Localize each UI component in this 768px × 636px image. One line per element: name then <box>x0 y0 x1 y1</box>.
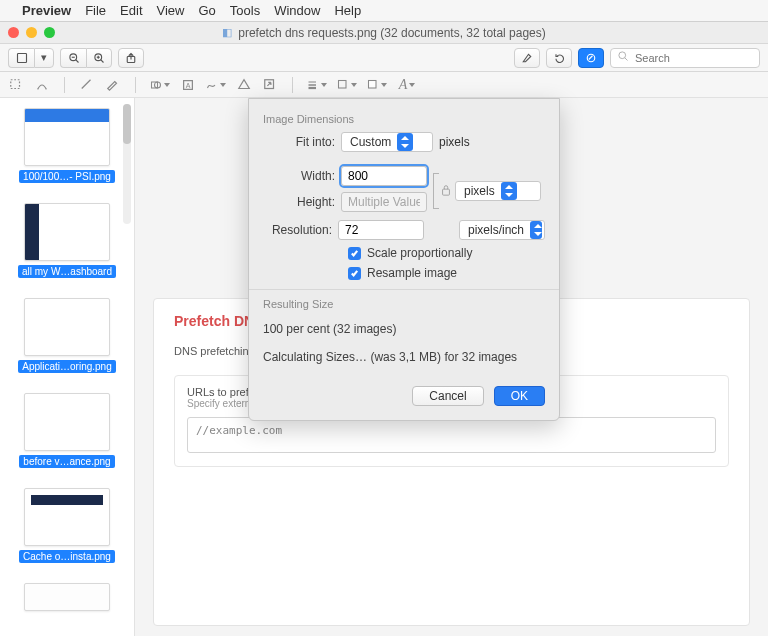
sidebar-scroll-thumb[interactable] <box>123 104 131 144</box>
thumbnail-label: Applicati…oring.png <box>18 360 116 373</box>
window-title: prefetch dns requests.png (32 documents,… <box>238 26 546 40</box>
zoom-in-button[interactable] <box>86 48 112 68</box>
resulting-size-value: 100 per cent (32 images) <box>263 322 545 336</box>
search-field[interactable] <box>610 48 760 68</box>
window-zoom-button[interactable] <box>44 27 55 38</box>
draw-tool-icon[interactable] <box>105 77 121 93</box>
dialog-section-resulting: Resulting Size <box>249 290 559 314</box>
document-icon: ◧ <box>222 26 232 39</box>
scale-proportionally-checkbox[interactable] <box>348 247 361 260</box>
svg-line-2 <box>75 59 78 62</box>
search-input[interactable] <box>633 50 753 66</box>
svg-rect-12 <box>11 79 20 88</box>
select-arrows-icon <box>501 182 517 200</box>
window-close-button[interactable] <box>8 27 19 38</box>
dialog-section-dimensions: Image Dimensions <box>249 99 559 129</box>
sketch-tool-icon[interactable] <box>79 77 95 93</box>
svg-line-5 <box>101 59 104 62</box>
share-button[interactable] <box>118 48 144 68</box>
highlight-button[interactable] <box>514 48 540 68</box>
svg-rect-22 <box>369 80 377 88</box>
thumbnail-item[interactable]: Cache o…insta.png <box>8 488 126 563</box>
adjust-size-tool-icon[interactable] <box>262 77 278 93</box>
fit-into-select[interactable]: Custom <box>341 132 433 152</box>
lock-aspect-icon[interactable] <box>439 183 453 197</box>
svg-rect-0 <box>17 53 26 62</box>
height-label: Height: <box>263 195 335 209</box>
fit-into-unit: pixels <box>439 135 470 149</box>
separator <box>292 77 293 93</box>
thumbnail-item[interactable]: before v…ance.png <box>8 393 126 468</box>
search-icon <box>617 50 629 65</box>
fit-into-value: Custom <box>350 135 391 149</box>
toolbar-markup: A A <box>0 72 768 98</box>
menu-go[interactable]: Go <box>198 3 215 18</box>
svg-rect-21 <box>339 80 347 88</box>
svg-point-10 <box>619 52 626 59</box>
text-tool-icon[interactable]: A <box>180 77 196 93</box>
resolution-label: Resolution: <box>263 223 332 237</box>
svg-text:A: A <box>186 81 191 88</box>
cancel-button[interactable]: Cancel <box>412 386 483 406</box>
separator <box>135 77 136 93</box>
markup-toggle-button[interactable] <box>578 48 604 68</box>
menu-file[interactable]: File <box>85 3 106 18</box>
menu-edit[interactable]: Edit <box>120 3 142 18</box>
thumbnail-label: all my W…ashboard <box>18 265 116 278</box>
height-input[interactable] <box>341 192 427 212</box>
adjust-size-dialog: Image Dimensions Fit into: Custom pixels… <box>248 98 560 421</box>
toolbar-primary: ▾ <box>0 44 768 72</box>
menu-app-name[interactable]: Preview <box>22 3 71 18</box>
selection-tool-icon[interactable] <box>8 77 24 93</box>
view-mode-button[interactable] <box>8 48 34 68</box>
menu-tools[interactable]: Tools <box>230 3 260 18</box>
dimension-unit-select[interactable]: pixels <box>455 181 541 201</box>
resolution-input[interactable] <box>338 220 424 240</box>
titlebar: ◧ prefetch dns requests.png (32 document… <box>0 22 768 44</box>
thumbnail-label: 100/100…- PSI.png <box>19 170 115 183</box>
url-textarea[interactable]: //example.com <box>187 417 716 453</box>
svg-line-11 <box>625 58 628 61</box>
separator <box>64 77 65 93</box>
thumbnail-item[interactable]: all my W…ashboard <box>8 203 126 278</box>
shapes-tool-icon[interactable] <box>150 77 170 93</box>
thumbnail-item[interactable]: Applicati…oring.png <box>8 298 126 373</box>
thumbnail-item[interactable] <box>8 583 126 611</box>
resolution-unit-select[interactable]: pixels/inch <box>459 220 545 240</box>
select-arrows-icon <box>397 133 413 151</box>
adjust-color-tool-icon[interactable] <box>236 77 252 93</box>
resample-image-checkbox[interactable] <box>348 267 361 280</box>
calculating-sizes-text: Calculating Sizes… (was 3,1 MB) for 32 i… <box>263 350 545 364</box>
fit-into-label: Fit into: <box>263 135 335 149</box>
menu-window[interactable]: Window <box>274 3 320 18</box>
thumbnail-item[interactable]: 100/100…- PSI.png <box>8 108 126 183</box>
rotate-button[interactable] <box>546 48 572 68</box>
resolution-unit-value: pixels/inch <box>468 223 524 237</box>
resample-image-label: Resample image <box>367 266 457 280</box>
ok-button[interactable]: OK <box>494 386 545 406</box>
thumbnail-label: Cache o…insta.png <box>19 550 115 563</box>
sign-tool-icon[interactable] <box>206 77 226 93</box>
view-mode-dropdown[interactable]: ▾ <box>34 48 54 68</box>
width-label: Width: <box>263 169 335 183</box>
select-arrows-icon <box>530 221 542 239</box>
svg-rect-23 <box>443 189 450 195</box>
menu-view[interactable]: View <box>157 3 185 18</box>
zoom-out-button[interactable] <box>60 48 86 68</box>
border-color-icon[interactable] <box>337 77 357 93</box>
font-style-icon[interactable]: A <box>397 77 417 93</box>
menubar: Preview File Edit View Go Tools Window H… <box>0 0 768 22</box>
width-input[interactable] <box>341 166 427 186</box>
line-weight-icon[interactable] <box>307 77 327 93</box>
window-minimize-button[interactable] <box>26 27 37 38</box>
menu-help[interactable]: Help <box>334 3 361 18</box>
dimension-unit-value: pixels <box>464 184 495 198</box>
instant-alpha-tool-icon[interactable] <box>34 77 50 93</box>
scale-proportionally-label: Scale proportionally <box>367 246 472 260</box>
thumbnail-label: before v…ance.png <box>19 455 114 468</box>
thumbnail-sidebar: 100/100…- PSI.png all my W…ashboard Appl… <box>0 98 135 636</box>
fill-color-icon[interactable] <box>367 77 387 93</box>
